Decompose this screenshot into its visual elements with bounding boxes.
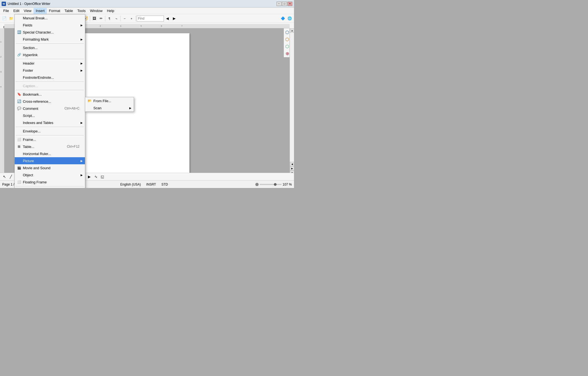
right-side-panel: ⬡ ⬡ ⬡ ⊕ xyxy=(284,28,290,57)
menu-picture[interactable]: Picture xyxy=(15,157,85,164)
scroll-track[interactable] xyxy=(290,33,294,162)
app-icon: W xyxy=(2,2,6,6)
gallery-button[interactable]: 🖼 xyxy=(91,15,97,22)
menu-manual-break[interactable]: Manual Break... xyxy=(15,14,85,22)
zoom-slider[interactable] xyxy=(260,184,281,185)
panel-icon-2[interactable]: ⬡ xyxy=(284,36,290,43)
menu-envelope[interactable]: Envelope... xyxy=(15,128,85,135)
menu-tools[interactable]: Tools xyxy=(75,8,88,14)
drawing-button[interactable]: ✏ xyxy=(98,15,104,22)
maximize-button[interactable]: □ xyxy=(282,2,287,6)
find-input[interactable] xyxy=(137,16,164,22)
menu-file[interactable]: File xyxy=(1,8,11,14)
scroll-page-prev[interactable]: ◀ xyxy=(290,162,294,166)
special-character-label: Special Character... xyxy=(23,30,54,34)
sep-after-hyperlink xyxy=(16,59,84,59)
scroll-up-button[interactable]: ▲ xyxy=(290,28,294,33)
hyperlink-label: Hyperlink xyxy=(23,53,38,57)
menu-fields[interactable]: Fields xyxy=(15,22,85,29)
menu-special-character[interactable]: 🔤 Special Character... xyxy=(15,29,85,36)
vertical-ruler: 1 2 3 4 xyxy=(0,28,4,175)
title-left: W Untitled 1 - OpenOffice Writer xyxy=(2,2,50,6)
floating-frame-icon: ⬜ xyxy=(16,179,22,185)
menu-footer[interactable]: Footer xyxy=(15,67,85,74)
section-label: Section... xyxy=(23,46,38,50)
sep-before-file xyxy=(16,186,84,186)
menu-edit[interactable]: Edit xyxy=(11,8,22,14)
menu-insert[interactable]: Insert xyxy=(33,8,47,14)
extrusion-tool[interactable]: ◱ xyxy=(99,174,106,180)
select-button[interactable]: ↖ xyxy=(1,174,8,180)
find-prev-button[interactable]: ◀ xyxy=(164,15,171,22)
scroll-page-next[interactable]: ▶ xyxy=(290,166,294,171)
formatting-mark-label: Formatting Mark xyxy=(23,37,49,41)
horizontal-ruler-label: Horizontal Ruler... xyxy=(23,152,51,156)
zoom-increase-button[interactable]: + xyxy=(128,15,135,22)
panel-icon-4[interactable]: ⊕ xyxy=(284,50,290,57)
sep6 xyxy=(105,16,105,21)
sep7 xyxy=(120,16,121,21)
picture-from-file[interactable]: 📂 From File... xyxy=(85,97,134,104)
menu-help[interactable]: Help xyxy=(105,8,117,14)
drawing-functions-tool[interactable]: ∿ xyxy=(93,174,99,180)
menu-floating-frame[interactable]: ⬜ Floating Frame xyxy=(15,178,85,186)
minimize-button[interactable]: − xyxy=(277,2,281,6)
non-printing-button[interactable]: ¬ xyxy=(113,15,120,22)
zoom-decrease-button[interactable]: − xyxy=(121,15,128,22)
sep-after-envelope xyxy=(16,135,84,135)
new-button[interactable]: 📄 xyxy=(1,15,8,22)
right-panel-btn1[interactable]: 🔷 xyxy=(280,15,286,22)
panel-icon-1[interactable]: ⬡ xyxy=(284,29,290,35)
menu-object[interactable]: Object xyxy=(15,171,85,178)
menu-bookmark[interactable]: 🔖 Bookmark... xyxy=(15,91,85,98)
table-shortcut: Ctrl+F12 xyxy=(67,145,79,148)
menu-table[interactable]: ⊞ Table... Ctrl+F12 xyxy=(15,143,85,150)
line-tool[interactable]: ╱ xyxy=(8,174,14,180)
menu-frame[interactable]: ⬜ Frame... xyxy=(15,136,85,143)
bookmark-label: Bookmark... xyxy=(23,92,42,96)
menu-horizontal-ruler[interactable]: Horizontal Ruler... xyxy=(15,150,85,157)
sep-after-formatting xyxy=(16,43,84,44)
menu-footnote[interactable]: Footnote/Endnote... xyxy=(15,74,85,81)
open-button[interactable]: 📁 xyxy=(8,15,14,22)
menu-format[interactable]: Format xyxy=(47,8,62,14)
panel-icon-3[interactable]: ⬡ xyxy=(284,43,290,50)
sep-after-footnote xyxy=(16,81,84,82)
scan-label: Scan xyxy=(93,106,102,110)
menu-cross-reference[interactable]: 🔄 Cross-reference... xyxy=(15,98,85,105)
menu-hyperlink[interactable]: 🔗 Hyperlink xyxy=(15,51,85,58)
menu-movie-sound[interactable]: 🎬 Movie and Sound xyxy=(15,164,85,171)
picture-scan[interactable]: Scan xyxy=(85,104,134,111)
menu-header[interactable]: Header xyxy=(15,60,85,67)
menu-caption[interactable]: Caption... xyxy=(15,82,85,89)
window-title: Untitled 1 - OpenOffice Writer xyxy=(8,2,50,6)
menu-table[interactable]: Table xyxy=(62,8,75,14)
caption-label: Caption... xyxy=(23,84,38,88)
fields-label: Fields xyxy=(23,23,32,27)
from-file-label: From File... xyxy=(93,99,111,103)
zoom-control: 107 % xyxy=(255,183,292,186)
menu-comment[interactable]: 💬 Comment Ctrl+Alt+C xyxy=(15,105,85,112)
bookmark-icon: 🔖 xyxy=(16,92,22,97)
manual-break-label: Manual Break... xyxy=(23,16,48,20)
menu-section[interactable]: Section... xyxy=(15,44,85,51)
menu-indexes-tables[interactable]: Indexes and Tables xyxy=(15,119,85,126)
close-button[interactable]: × xyxy=(287,2,292,6)
insert-menu-dropdown: Manual Break... Fields 🔤 Special Charact… xyxy=(14,14,85,188)
menu-formatting-mark[interactable]: Formatting Mark xyxy=(15,36,85,43)
special-char-icon: 🔤 xyxy=(16,29,22,35)
menu-view[interactable]: View xyxy=(22,8,33,14)
zoom-thumb[interactable] xyxy=(274,183,277,186)
table-icon: ⊞ xyxy=(16,144,22,149)
comment-icon: 💬 xyxy=(16,106,22,111)
menu-window[interactable]: Window xyxy=(88,8,105,14)
insert-field-button[interactable]: ¶ xyxy=(106,15,113,22)
sep8 xyxy=(136,16,136,21)
envelope-label: Envelope... xyxy=(23,129,41,133)
insert-movie-tool[interactable]: ▶ xyxy=(86,174,93,180)
right-panel-btn2[interactable]: 🌐 xyxy=(286,15,293,22)
mode2-info: STD xyxy=(161,183,168,186)
find-next-button[interactable]: ▶ xyxy=(171,15,177,22)
menu-script[interactable]: Script... xyxy=(15,112,85,119)
menu-file-item[interactable]: 📄 File... xyxy=(15,187,85,188)
